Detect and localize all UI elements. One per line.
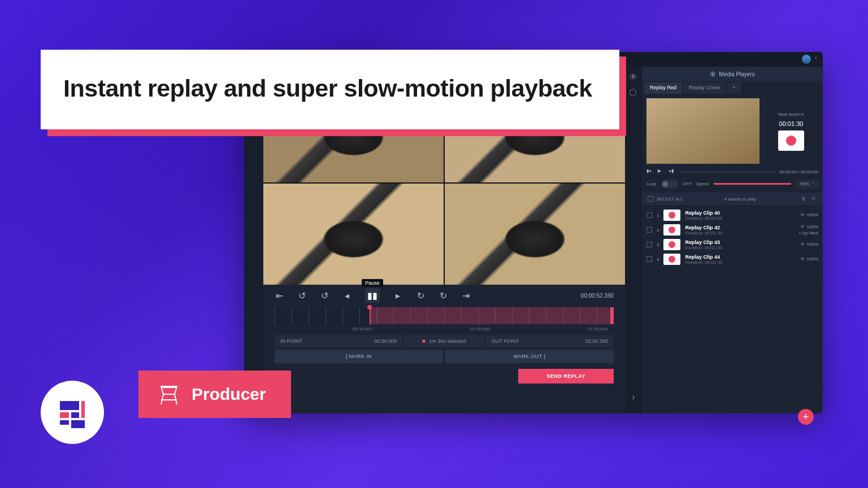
select-all-checkbox[interactable] [648, 196, 653, 202]
current-timecode: 00:00:52.390 [581, 293, 614, 299]
clip-speed: ⟳ 100% [801, 256, 818, 262]
loop-label: Loop [646, 181, 657, 186]
selected-duration: 1m 30s selected [403, 335, 485, 347]
timeline[interactable] [275, 307, 614, 324]
select-all-label[interactable]: SELECT ALL [657, 197, 683, 202]
time-axis: 00:30:000 01:00:000 01:30:000 [275, 325, 614, 335]
preview-thumbnail[interactable] [646, 98, 760, 164]
camera-4[interactable] [445, 184, 625, 285]
second-rail: 👁 ⬡ › [625, 67, 642, 413]
producer-label: Producer [192, 385, 266, 404]
marketing-headline-box: Instant replay and super slow-motion pla… [41, 50, 619, 129]
clip-checkbox[interactable] [646, 242, 652, 247]
clip-item: 3 Replay Clip 43Duration: 00:01:30 ⟳ 100… [646, 239, 818, 250]
media-players-header: ⦿Media Players [642, 67, 823, 81]
chevron-down-icon[interactable]: ˅ [814, 56, 817, 63]
loop-toggle[interactable] [661, 180, 678, 188]
expand-icon[interactable]: › [632, 392, 635, 402]
next-asset-time: 00:01:30 [779, 120, 804, 127]
tab-replay-green[interactable]: Replay Green [683, 82, 726, 94]
clip-item: 4 Replay Clip 44Duration: 00:01:30 ⟳ 100… [646, 254, 818, 265]
svg-rect-3 [60, 420, 69, 425]
clip-checkbox[interactable] [646, 227, 652, 233]
transport-controls: ⇤ ↺ ↺ ◂ ▮▮ ▸ ↻ ↻ ⇥ 00:00:52.390 [263, 285, 625, 389]
jump-end-icon[interactable]: ⇥ [461, 291, 470, 300]
play-button[interactable]: ▶ [658, 168, 665, 175]
speed-label: Speed [696, 181, 709, 186]
app-logo [41, 381, 104, 444]
add-fab[interactable]: + [798, 409, 814, 425]
speed-dropdown[interactable]: 50%˅ [796, 180, 818, 188]
clip-item: 1 Replay Clip 40Duration: 00:02:06 ⟳ 100… [646, 210, 818, 221]
tab-add[interactable]: + [727, 82, 741, 94]
rail2-icon-1[interactable]: 👁 [629, 72, 638, 81]
back-10-icon[interactable]: ↺ [297, 291, 306, 300]
mark-out-button[interactable]: MARK OUT ] [445, 350, 614, 363]
out-point-display: OUT POINT02:00.390 [486, 335, 614, 347]
producer-badge: Producer [138, 371, 291, 418]
next-asset-label: Next asset in [778, 112, 804, 117]
clip-item: 2 Replay Clip 42Duration: 00:01:30 ⟳ 100… [646, 224, 818, 236]
svg-rect-1 [60, 412, 69, 418]
rail2-icon-2[interactable]: ⬡ [629, 87, 638, 96]
trash-icon[interactable]: 🗑 [801, 196, 807, 202]
replay-thumb-icon[interactable] [778, 130, 804, 151]
tab-replay-red[interactable]: Replay Red [644, 82, 682, 94]
frame-back-icon[interactable]: ◂ [342, 291, 351, 300]
asset-count: 4 assets to play [683, 197, 797, 202]
clip-thumb[interactable] [663, 239, 680, 250]
media-players-panel: ⦿Media Players Replay Red Replay Green +… [642, 67, 823, 413]
clip-checkbox[interactable] [646, 256, 652, 262]
loop-off: OFF [683, 181, 692, 186]
fwd-5-icon[interactable]: ↻ [416, 291, 425, 300]
mark-in-button[interactable]: [ MARK IN [275, 350, 443, 363]
producer-logo-icon [57, 396, 88, 428]
marketing-headline: Instant replay and super slow-motion pla… [63, 70, 592, 107]
frame-fwd-icon[interactable]: ▸ [393, 291, 402, 300]
fwd-10-icon[interactable]: ↻ [439, 291, 448, 300]
avatar[interactable] [802, 55, 811, 64]
record-icon: ⦿ [710, 71, 715, 77]
clip-thumb[interactable] [663, 210, 680, 221]
camera-3[interactable] [263, 184, 444, 285]
clip-speed: ⟳ 100% [801, 224, 818, 229]
clip-thumb[interactable] [663, 254, 680, 265]
preview-progress[interactable] [680, 171, 775, 173]
clip-list: 1 Replay Clip 40Duration: 00:02:06 ⟳ 100… [642, 205, 823, 269]
svg-rect-2 [71, 412, 79, 418]
clip-checkbox[interactable] [646, 212, 652, 218]
clip-speed: ⟳ 100% [801, 242, 818, 247]
back-5-icon[interactable]: ↺ [320, 291, 329, 300]
preview-time: 00:00:04 / 00:04:06 [779, 169, 818, 175]
prev-button[interactable]: ▮◂ [646, 168, 653, 175]
director-chair-icon [159, 383, 179, 406]
svg-rect-5 [81, 401, 85, 418]
pause-button[interactable]: ▮▮ [365, 288, 380, 303]
svg-rect-0 [60, 401, 79, 410]
send-replay-button[interactable]: SEND REPLAY [518, 369, 614, 384]
in-point-display: IN POINT00:30.000 [275, 335, 402, 347]
clip-thumb[interactable] [663, 224, 680, 236]
gear-icon[interactable]: ⚙ [811, 196, 817, 202]
jump-start-icon[interactable]: ⇤ [275, 291, 284, 300]
next-button[interactable]: ▸▮ [669, 168, 676, 175]
svg-rect-4 [71, 420, 85, 428]
clip-speed: ⟳ 100% [801, 212, 818, 217]
speed-slider[interactable] [714, 183, 791, 185]
